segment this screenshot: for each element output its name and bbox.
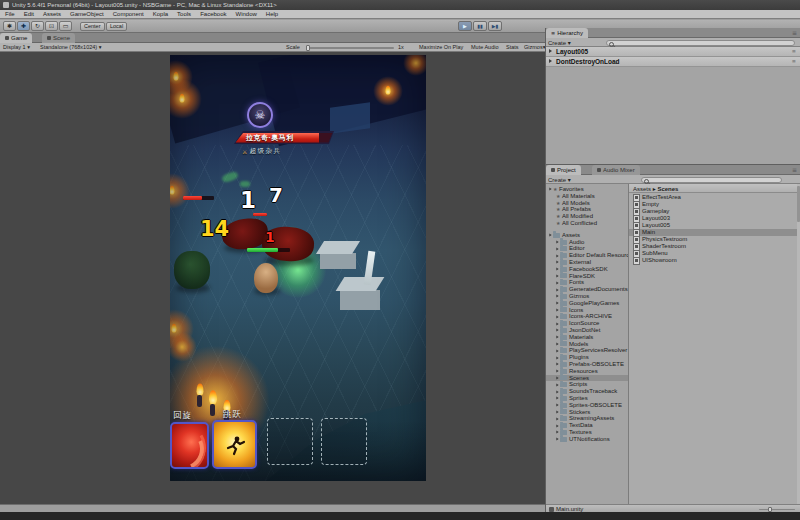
icon-size-slider-knob[interactable] <box>768 507 772 512</box>
file-row[interactable]: PhysicsTestroom <box>629 236 800 243</box>
panel-menu-icon[interactable]: ≡ <box>792 28 797 38</box>
file-row[interactable]: Layout003 <box>629 215 800 222</box>
favorites-item[interactable]: ★All Modified <box>546 213 628 220</box>
folder-row[interactable]: External <box>546 259 628 266</box>
tab-scene[interactable]: Scene <box>42 33 75 43</box>
icon-size-slider[interactable] <box>759 509 795 511</box>
menu-item[interactable]: Window <box>235 10 256 19</box>
menu-item[interactable]: Facebook <box>200 10 226 19</box>
folder-row[interactable]: FacebookSDK <box>546 266 628 273</box>
tab-hierarchy[interactable]: ≡ Hierarchy <box>546 28 588 38</box>
hierarchy-scene-row[interactable]: Layout005 ≡ <box>546 47 800 57</box>
folder-row[interactable]: Plugins <box>546 354 628 361</box>
stats-toggle[interactable]: Stats <box>506 43 519 52</box>
assets-root[interactable]: Assets <box>546 232 628 239</box>
pause-button[interactable]: ▮▮ <box>473 21 487 31</box>
folder-icon <box>560 246 567 251</box>
folder-row[interactable]: Prefabs-OBSOLETE <box>546 361 628 368</box>
folder-row[interactable]: Scripts <box>546 381 628 388</box>
folder-row[interactable]: Fonts <box>546 279 628 286</box>
folder-row[interactable]: FlareSDK <box>546 273 628 280</box>
project-search-input[interactable] <box>641 177 782 183</box>
folder-row[interactable]: Icons <box>546 307 628 314</box>
menu-item[interactable]: Kopla <box>153 10 168 19</box>
maximize-on-play-toggle[interactable]: Maximize On Play <box>419 43 463 52</box>
file-row[interactable]: Main <box>629 229 800 236</box>
menu-item[interactable]: GameObject <box>70 10 104 19</box>
menu-item[interactable]: File <box>5 10 15 19</box>
scene-options-icon[interactable]: ≡ <box>792 57 796 66</box>
favorites-item[interactable]: ★All Models <box>546 200 628 207</box>
favorites-item[interactable]: ★All Materials <box>546 193 628 200</box>
folder-row[interactable]: IconSource <box>546 320 628 327</box>
resolution-dropdown[interactable]: Standalone (768x1024) ▾ <box>40 43 101 52</box>
skill-button-spin[interactable] <box>170 422 209 469</box>
file-row[interactable]: ShaderTestroom <box>629 243 800 250</box>
expand-triangle-icon[interactable] <box>549 49 552 53</box>
menu-item[interactable]: Tools <box>177 10 191 19</box>
menu-item[interactable]: Help <box>266 10 278 19</box>
scale-slider-knob[interactable] <box>306 45 310 51</box>
folder-row[interactable]: Materials <box>546 334 628 341</box>
game-viewport[interactable]: ☠ 拉克奇·奥马利 ⚔ 超级杂兵 1 7 14 1 <box>170 55 426 481</box>
favorites-root[interactable]: ★Favorites <box>546 186 628 193</box>
menu-item[interactable]: Edit <box>24 10 34 19</box>
empty-skill-slot[interactable] <box>267 418 313 465</box>
folder-row[interactable]: PlayServicesResolver <box>546 347 628 354</box>
menu-item[interactable]: Component <box>113 10 144 19</box>
menu-item[interactable]: Assets <box>43 10 61 19</box>
scene-options-icon[interactable]: ≡ <box>792 47 796 56</box>
folder-row[interactable]: StreamingAssets <box>546 415 628 422</box>
gizmos-dropdown[interactable]: Gizmos▾ <box>524 43 545 52</box>
tab-project[interactable]: Project <box>546 165 581 175</box>
mute-audio-toggle[interactable]: Mute Audio <box>471 43 499 52</box>
step-button[interactable]: ▶▮ <box>488 21 502 31</box>
folder-row[interactable]: Sprites-OBSOLETE <box>546 402 628 409</box>
play-button[interactable]: ▶ <box>458 21 472 31</box>
display-dropdown[interactable]: Display 1 ▾ <box>3 43 30 52</box>
folder-row[interactable]: JsonDotNet <box>546 327 628 334</box>
hierarchy-tab-icon: ≡ <box>551 28 555 38</box>
favorites-item[interactable]: ★All Prefabs <box>546 206 628 213</box>
folder-row[interactable]: SoundsTraceback <box>546 388 628 395</box>
folder-row[interactable]: Textures <box>546 429 628 436</box>
folder-row[interactable]: TextData <box>546 422 628 429</box>
hierarchy-search-input[interactable] <box>606 40 795 46</box>
pivot-local-button[interactable]: Local <box>106 22 127 31</box>
folder-row[interactable]: GooglePlayGames <box>546 300 628 307</box>
folder-row[interactable]: Icons-ARCHIVE <box>546 313 628 320</box>
file-row[interactable]: Gameplay <box>629 208 800 215</box>
scale-tool-button[interactable]: ⊡ <box>45 21 58 31</box>
folder-row[interactable]: Resources <box>546 368 628 375</box>
unity-asset-icon <box>549 507 554 512</box>
rect-tool-button[interactable]: ▭ <box>59 21 72 31</box>
folder-row[interactable]: UTNotifications <box>546 436 628 443</box>
file-row[interactable]: Empty <box>629 201 800 208</box>
panel-menu-icon[interactable]: ≡ <box>792 165 797 175</box>
tab-audio-mixer[interactable]: Audio Mixer <box>592 165 640 175</box>
folder-row[interactable]: Audio <box>546 239 628 246</box>
file-row[interactable]: UIShowroom <box>629 257 800 264</box>
folder-row[interactable]: Stickers <box>546 409 628 416</box>
skill-button-jump[interactable] <box>212 420 257 469</box>
pivot-center-button[interactable]: Center <box>80 22 105 31</box>
hand-tool-button[interactable]: ✱ <box>3 21 16 31</box>
folder-row[interactable]: GeneratedDocuments <box>546 286 628 293</box>
move-tool-button[interactable]: ✚ <box>17 21 30 31</box>
folder-row[interactable]: Models <box>546 341 628 348</box>
tab-game[interactable]: Game <box>0 33 32 43</box>
scale-slider[interactable] <box>306 47 394 49</box>
folder-row[interactable]: Sprites <box>546 395 628 402</box>
empty-skill-slot[interactable] <box>321 418 367 465</box>
rotate-tool-button[interactable]: ↻ <box>31 21 44 31</box>
favorites-item[interactable]: ★All Conflicted <box>546 220 628 227</box>
folder-row[interactable]: Gizmos <box>546 293 628 300</box>
expand-triangle-icon[interactable] <box>549 59 552 63</box>
folder-row[interactable]: Editor Default Resources <box>546 252 628 259</box>
folder-row[interactable]: Scenes <box>546 375 628 382</box>
hierarchy-scene-row[interactable]: DontDestroyOnLoad ≡ <box>546 57 800 67</box>
file-row[interactable]: SubMenu <box>629 250 800 257</box>
file-row[interactable]: Layout005 <box>629 222 800 229</box>
folder-row[interactable]: Editor <box>546 245 628 252</box>
file-row[interactable]: EffectTestArea <box>629 194 800 201</box>
